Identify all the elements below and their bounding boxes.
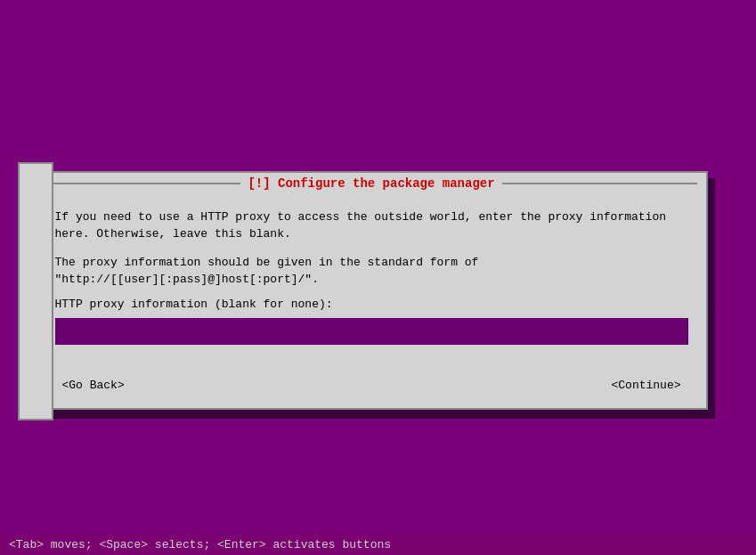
dialog-wrapper: [!] Configure the package manager If you…: [0, 0, 756, 555]
left-partial-decoration: [18, 162, 53, 420]
proxy-input[interactable]: [61, 324, 682, 338]
dialog-title: [!] Configure the package manager: [240, 176, 501, 191]
dialog-title-bar: [!] Configure the package manager: [37, 173, 706, 194]
continue-button[interactable]: <Continue>: [604, 377, 687, 394]
dialog-buttons: <Go Back> <Continue>: [37, 373, 706, 408]
body-text-1: If you need to use a HTTP proxy to acces…: [55, 208, 688, 243]
status-bar-text: <Tab> moves; <Space> selects; <Enter> ac…: [9, 538, 391, 551]
go-back-button[interactable]: <Go Back>: [55, 377, 132, 394]
body-text-2: The proxy information should be given in…: [55, 254, 688, 289]
dialog-content: If you need to use a HTTP proxy to acces…: [37, 194, 706, 373]
status-bar: <Tab> moves; <Space> selects; <Enter> ac…: [0, 535, 756, 555]
configure-package-manager-dialog: [!] Configure the package manager If you…: [36, 171, 708, 410]
title-line-right: [502, 183, 697, 184]
proxy-input-container[interactable]: [55, 318, 688, 345]
title-line-left: [46, 183, 241, 184]
proxy-label: HTTP proxy information (blank for none):: [55, 296, 688, 314]
